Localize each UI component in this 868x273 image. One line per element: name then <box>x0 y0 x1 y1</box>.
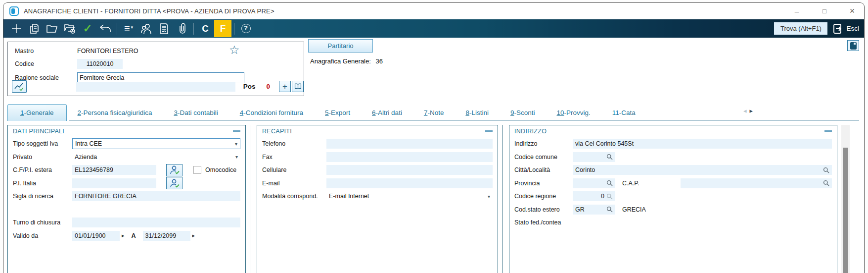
person-check-icon <box>169 165 180 175</box>
hamburger-menu-icon: ≡ <box>124 23 130 34</box>
cellulare-field[interactable] <box>326 165 493 175</box>
undo-arrow-icon <box>99 24 111 33</box>
search-icon[interactable] <box>606 206 613 213</box>
chart-check-icon <box>14 82 25 91</box>
new-button[interactable] <box>7 21 25 36</box>
search-icon[interactable] <box>606 193 613 200</box>
privato-select[interactable]: Azienda▾ <box>72 152 240 163</box>
app-logo-icon <box>9 6 19 16</box>
cod-stato-estero-field[interactable]: GR <box>573 205 615 215</box>
date-picker-icon[interactable]: ▸ <box>192 232 195 239</box>
minimize-icon[interactable]: – <box>792 7 802 15</box>
telefono-label: Telefono <box>262 140 326 147</box>
anagrafica-value: 36 <box>375 57 382 65</box>
collapse-panel-icon[interactable] <box>485 130 493 132</box>
recent-button[interactable] <box>61 21 79 36</box>
undo-button[interactable] <box>96 21 114 36</box>
turno-chiusura-field[interactable] <box>72 218 240 227</box>
tipo-soggetti-iva-select[interactable]: Intra CEE▾ <box>72 138 240 149</box>
codice-comune-field[interactable] <box>573 152 615 162</box>
sigla-ricerca-field[interactable]: FORNITORE GRECIA <box>72 191 240 201</box>
turno-chiusura-label: Turno di chiusura <box>13 219 72 226</box>
tab-generale[interactable]: 1 - Generale <box>7 104 67 121</box>
vertical-scrollbar[interactable] <box>841 125 850 273</box>
modalita-corrispond-select[interactable]: E-mail Internet▾ <box>326 191 493 202</box>
tab-listini[interactable]: 8 - Listini <box>455 104 500 121</box>
toolbar-separator <box>193 23 194 35</box>
panel-indirizzo: INDIRIZZO Indirizzo via Cel Corinto 545S… <box>509 125 837 273</box>
contacts-button[interactable] <box>137 21 155 36</box>
privato-label: Privato <box>13 154 72 161</box>
date-picker-icon[interactable]: ▸ <box>122 232 125 239</box>
fax-label: Fax <box>262 154 326 161</box>
tab-scroll-left-icon[interactable]: ◂ <box>743 107 747 114</box>
letter-f-icon: F <box>220 23 226 34</box>
favorite-star-icon[interactable]: ☆ <box>229 44 240 56</box>
verify-vat-italia-button[interactable] <box>166 177 183 189</box>
plus-icon: + <box>282 82 287 92</box>
provincia-field[interactable] <box>573 178 615 188</box>
codice-regione-field[interactable]: 0 <box>573 191 615 201</box>
panel-splitter[interactable] <box>250 125 250 273</box>
chart-button[interactable] <box>12 80 27 93</box>
tab-catalogo[interactable]: 11 - Cata <box>601 104 636 121</box>
tab-provvig[interactable]: 10 - Provvig. <box>546 104 601 121</box>
fornitori-button[interactable]: F <box>214 20 231 37</box>
add-position-button[interactable]: + <box>279 81 291 92</box>
codice-field[interactable]: 11020010 <box>77 59 123 69</box>
document-button[interactable] <box>155 21 173 36</box>
question-mark-icon: ? <box>241 24 251 33</box>
citta-localita-field[interactable]: Corinto <box>573 165 832 175</box>
browse-positions-button[interactable] <box>292 81 304 92</box>
tab-sconti[interactable]: 9 - Sconti <box>500 104 546 121</box>
valido-a-field[interactable]: 31/12/2099 <box>143 231 190 241</box>
paperclip-icon <box>177 23 187 35</box>
open-button[interactable] <box>43 21 61 36</box>
maximize-icon[interactable]: □ <box>820 7 829 15</box>
cf-pi-estera-field[interactable]: EL123456789 <box>72 165 156 175</box>
search-icon[interactable] <box>606 180 613 186</box>
panel-splitter[interactable] <box>502 125 503 273</box>
indirizzo-field[interactable]: via Cel Corinto 545St <box>573 139 832 149</box>
clienti-button[interactable]: C <box>196 21 214 36</box>
search-icon[interactable] <box>606 154 613 160</box>
citta-localita-label: Città/Località <box>514 166 573 173</box>
collapse-panel-icon[interactable] <box>233 130 240 132</box>
pi-italia-field[interactable] <box>72 178 156 188</box>
close-icon[interactable]: × <box>847 6 857 16</box>
extra-description-field[interactable] <box>76 82 235 92</box>
omocodice-checkbox[interactable] <box>193 166 201 174</box>
verify-vat-button[interactable] <box>166 164 183 176</box>
exit-button[interactable]: Esci <box>832 23 859 34</box>
side-panel-toggle-button[interactable] <box>847 40 859 51</box>
main-area: Mastro FORNITORI ESTERO Codice 11020010 … <box>3 38 864 273</box>
telefono-field[interactable] <box>326 139 493 149</box>
tab-dati-contabili[interactable]: 3 - Dati contabili <box>163 104 228 121</box>
fax-field[interactable] <box>326 152 493 162</box>
attachments-button[interactable] <box>173 21 191 36</box>
partitario-button[interactable]: Partitario <box>308 39 373 53</box>
tab-condizioni-fornitura[interactable]: 4 - Condizioni fornitura <box>229 104 314 121</box>
tab-strip: 1 - Generale 2 - Persona fisica/giuridic… <box>7 104 859 121</box>
collapse-panel-icon[interactable] <box>824 130 832 132</box>
a-label: A <box>132 232 136 239</box>
valido-da-field[interactable]: 01/01/1900 <box>72 231 120 241</box>
toolbar-separator <box>117 23 117 35</box>
find-box[interactable]: Trova (Alt+F1) <box>774 22 827 35</box>
cap-field[interactable] <box>681 178 832 188</box>
pi-italia-label: P.I. Italia <box>13 180 72 187</box>
tab-note[interactable]: 7 - Note <box>413 104 455 121</box>
tab-export[interactable]: 5 - Export <box>314 104 361 121</box>
tab-persona-fisica[interactable]: 2 - Persona fisica/giuridica <box>67 104 163 121</box>
search-icon[interactable] <box>823 167 829 173</box>
tab-altri-dati[interactable]: 6 - Altri dati <box>361 104 413 121</box>
indirizzo-label: Indirizzo <box>514 140 573 147</box>
menu-button[interactable]: ≡▾ <box>120 21 137 36</box>
scrollbar-thumb[interactable] <box>843 148 848 273</box>
confirm-button[interactable]: ✓ <box>79 21 96 36</box>
email-field[interactable] <box>326 178 493 188</box>
tab-scroll-right-icon[interactable]: ▸ <box>750 107 753 114</box>
copy-button[interactable] <box>25 21 43 36</box>
search-icon[interactable] <box>823 180 829 186</box>
help-button[interactable]: ? <box>237 21 255 36</box>
